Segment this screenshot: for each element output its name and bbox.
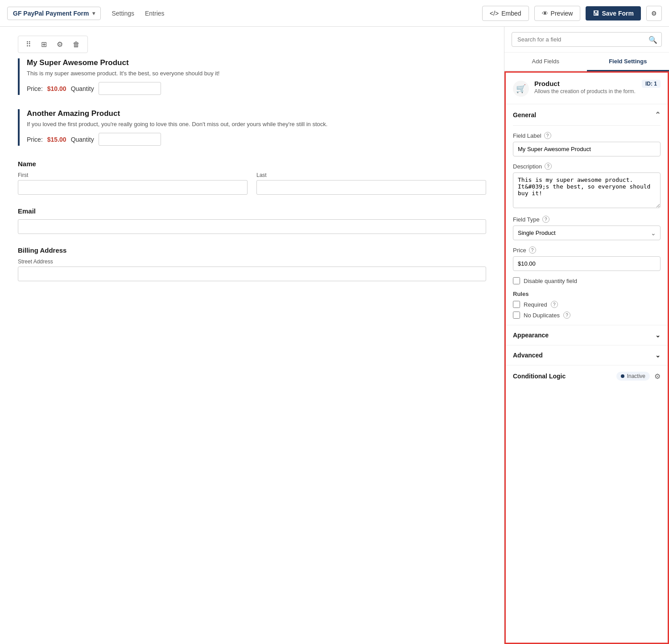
billing-section: Billing Address Street Address: [18, 246, 486, 281]
field-toolbar: ⠿ ⊞ ⚙ 🗑: [18, 36, 88, 53]
last-name-input[interactable]: [256, 180, 486, 195]
conditional-gear-icon[interactable]: ⚙: [654, 372, 661, 381]
general-label: General: [513, 111, 536, 119]
embed-code-icon: </>: [490, 10, 499, 17]
qty-label-1: Quantity: [71, 85, 94, 92]
form-selector[interactable]: GF PayPal Payment Form ▾: [7, 7, 101, 20]
required-help-icon[interactable]: ?: [551, 301, 558, 308]
product-name-2: Another Amazing Product: [27, 109, 486, 118]
appearance-label: Appearance: [513, 332, 549, 339]
embed-button[interactable]: </> Embed: [482, 6, 529, 21]
last-name-field: Last: [256, 172, 486, 195]
advanced-section: Advanced ⌄: [506, 345, 668, 365]
form-title: GF PayPal Payment Form: [13, 10, 89, 17]
cart-icon: 🛒: [513, 81, 529, 97]
field-type-select-wrap: Single Product ⌄: [513, 226, 661, 240]
general-section-header[interactable]: General ⌃: [513, 104, 661, 126]
disable-qty-checkbox[interactable]: [513, 277, 520, 284]
field-type-help-icon[interactable]: ?: [542, 216, 549, 223]
gear-button[interactable]: ⚙: [646, 6, 662, 21]
appearance-section: Appearance ⌄: [506, 325, 668, 345]
topbar: GF PayPal Payment Form ▾ Settings Entrie…: [0, 0, 669, 27]
conditional-logic-row: Conditional Logic Inactive ⚙: [506, 365, 668, 387]
advanced-chevron-icon: ⌄: [655, 352, 661, 359]
nav-entries[interactable]: Entries: [145, 8, 165, 19]
form-area: ⠿ ⊞ ⚙ 🗑 My Super Awesome Product This is…: [0, 27, 504, 644]
panel-tabs: Add Fields Field Settings: [504, 53, 669, 71]
description-textarea[interactable]: This is my super awesome product. It&#03…: [513, 172, 661, 208]
field-label-help-icon[interactable]: ?: [544, 132, 551, 139]
search-input[interactable]: [512, 32, 662, 47]
qty-input-1[interactable]: [99, 82, 161, 95]
field-type-select[interactable]: Single Product: [513, 226, 661, 240]
save-button[interactable]: 🖫 Save Form: [586, 6, 641, 21]
last-label: Last: [256, 172, 486, 178]
price-label: Price ?: [513, 246, 661, 254]
appearance-chevron-icon: ⌄: [655, 332, 661, 339]
field-type-desc: Allows the creation of products in the f…: [534, 88, 636, 94]
disable-qty-row: Disable quantity field: [513, 277, 661, 284]
preview-button[interactable]: 👁 Preview: [534, 6, 581, 21]
search-input-wrap: 🔍: [512, 32, 662, 47]
field-settings-button[interactable]: ⚙: [53, 38, 67, 51]
no-duplicates-row: No Duplicates ?: [513, 312, 661, 319]
required-row: Required ?: [513, 301, 661, 308]
field-settings-content: 🛒 Product Allows the creation of product…: [504, 71, 669, 644]
general-section: General ⌃ Field Label ? Description ?: [506, 104, 668, 319]
product-info-text: Product Allows the creation of products …: [534, 80, 636, 94]
rules-section: Rules Required ? No Duplicates ?: [513, 291, 661, 319]
tab-field-settings[interactable]: Field Settings: [587, 53, 669, 71]
field-label-input[interactable]: [513, 142, 661, 156]
id-badge: ID: 1: [642, 80, 661, 88]
price-label-1: Price:: [27, 85, 43, 92]
billing-field-label: Billing Address: [18, 246, 486, 254]
form-selector-chevron: ▾: [92, 10, 95, 16]
required-checkbox[interactable]: [513, 301, 520, 308]
rules-label: Rules: [513, 291, 661, 297]
field-type-label: Field Type ?: [513, 216, 661, 223]
search-icon: 🔍: [648, 35, 657, 44]
tab-add-fields[interactable]: Add Fields: [504, 53, 587, 71]
name-fields: First Last: [18, 172, 486, 195]
search-bar: 🔍: [504, 27, 669, 53]
topbar-nav: Settings Entries: [112, 8, 164, 19]
general-chevron-icon: ⌃: [655, 111, 661, 119]
field-label-label: Field Label ?: [513, 132, 661, 139]
nav-settings[interactable]: Settings: [112, 8, 134, 19]
right-panel: 🔍 Add Fields Field Settings 🛒 Product Al…: [504, 27, 669, 644]
product-price-row-1: Price: $10.00 Quantity: [27, 82, 486, 95]
no-duplicates-checkbox[interactable]: [513, 312, 520, 319]
delete-field-button[interactable]: 🗑: [69, 38, 84, 51]
qty-input-2[interactable]: [99, 133, 161, 146]
email-input[interactable]: [18, 219, 486, 234]
product-block-1: My Super Awesome Product This is my supe…: [18, 58, 486, 95]
qty-label-2: Quantity: [71, 136, 94, 143]
name-field-label: Name: [18, 160, 486, 168]
appearance-header[interactable]: Appearance ⌄: [506, 325, 668, 345]
field-type-name: Product: [534, 80, 636, 87]
disable-qty-label: Disable quantity field: [524, 278, 577, 284]
product-name-1: My Super Awesome Product: [27, 58, 486, 67]
add-field-button[interactable]: ⊞: [37, 38, 51, 51]
product-price-row-2: Price: $15.00 Quantity: [27, 133, 486, 146]
no-duplicates-help-icon[interactable]: ?: [563, 312, 570, 319]
inactive-dot: [621, 374, 624, 378]
email-section: Email: [18, 207, 486, 234]
price-input[interactable]: [513, 256, 661, 271]
advanced-label: Advanced: [513, 352, 543, 359]
required-label: Required: [524, 301, 547, 308]
conditional-logic-label: Conditional Logic: [513, 373, 566, 380]
description-label: Description ?: [513, 163, 661, 170]
street-input[interactable]: [18, 267, 486, 281]
description-help-icon[interactable]: ?: [545, 163, 552, 170]
advanced-header[interactable]: Advanced ⌄: [506, 345, 668, 365]
street-label: Street Address: [18, 258, 486, 265]
first-name-field: First: [18, 172, 248, 195]
inactive-label: Inactive: [627, 373, 645, 379]
eye-icon: 👁: [542, 10, 548, 17]
main-layout: ⠿ ⊞ ⚙ 🗑 My Super Awesome Product This is…: [0, 27, 669, 644]
drag-handle[interactable]: ⠿: [22, 38, 35, 51]
first-name-input[interactable]: [18, 180, 248, 195]
price-help-icon[interactable]: ?: [529, 246, 536, 254]
product-desc-1: This is my super awesome product. It's t…: [27, 70, 486, 77]
